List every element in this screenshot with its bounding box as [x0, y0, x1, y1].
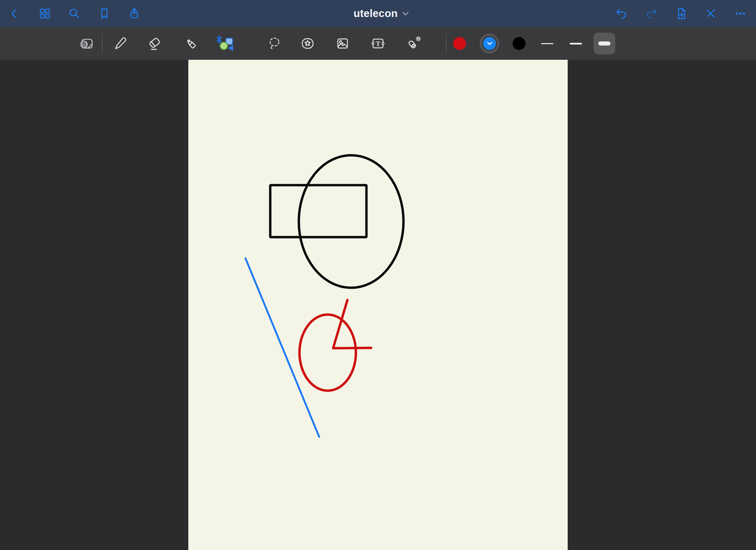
highlighter-icon [183, 36, 198, 51]
medium-stroke-preview [570, 43, 582, 45]
thick-stroke-preview [598, 41, 611, 46]
eraser-tool[interactable] [142, 30, 167, 57]
pen-tool[interactable] [108, 30, 133, 57]
pen-icon [113, 36, 128, 51]
sparkle-icon [416, 37, 420, 41]
bluetooth-icon [217, 36, 221, 43]
stroke-width-thick[interactable] [594, 33, 615, 54]
undo-icon [615, 7, 628, 20]
toolbar-separator [102, 33, 103, 54]
document-title-button[interactable]: utelecon [354, 0, 409, 27]
image-icon [335, 36, 350, 51]
eraser-icon [147, 36, 162, 51]
undo-button[interactable] [612, 3, 631, 24]
app-window: utelecon [0, 0, 756, 550]
tool-bar: a [0, 27, 756, 60]
add-page-icon [675, 7, 688, 20]
color-swatch-red[interactable] [450, 34, 469, 53]
bookmark-button[interactable] [95, 3, 114, 24]
nav-bar: utelecon [0, 0, 756, 27]
stroke-width-medium[interactable] [565, 33, 587, 54]
shapes-tool[interactable] [213, 30, 237, 57]
zoom-window-tool[interactable]: a [74, 30, 99, 57]
search-button[interactable] [65, 3, 84, 24]
red-color-dot [453, 37, 466, 50]
chevron-down-icon [402, 12, 409, 16]
add-page-button[interactable] [672, 3, 691, 24]
ink-stroke-rect [270, 185, 366, 237]
color-swatch-blue[interactable] [480, 34, 499, 53]
share-icon [128, 7, 141, 20]
stop-editing-pen-icon [704, 7, 717, 20]
ink-stroke-ellipse [299, 155, 403, 288]
bookmark-icon [98, 7, 111, 20]
image-tool[interactable] [330, 30, 355, 57]
lasso-tool[interactable] [262, 30, 287, 57]
back-button[interactable] [5, 3, 24, 24]
lasso-icon [267, 36, 282, 51]
highlighter-tool[interactable] [178, 30, 203, 57]
laser-pointer-icon [406, 36, 422, 51]
page-title: utelecon [354, 7, 398, 20]
laser-pointer-tool[interactable] [401, 30, 426, 57]
color-swatch-black[interactable] [510, 34, 529, 53]
ink-stroke-ellipse [299, 315, 356, 391]
blue-color-dot [483, 37, 496, 50]
svg-text:a: a [83, 39, 87, 48]
pages-overview-button[interactable] [35, 3, 54, 24]
elements-tool[interactable] [295, 30, 320, 57]
more-button[interactable] [731, 3, 750, 24]
search-icon [68, 7, 81, 20]
chevron-down-icon [487, 42, 492, 45]
pages-grid-icon [38, 7, 51, 20]
thin-stroke-preview [541, 43, 553, 44]
ink-stroke-polyline [333, 300, 371, 348]
ink-stroke-line [245, 258, 319, 437]
redo-button[interactable] [642, 3, 661, 24]
svg-text:T: T [376, 40, 380, 47]
stroke-width-thin[interactable] [536, 33, 558, 54]
ink-layer [0, 60, 756, 550]
text-box-icon: T [371, 36, 385, 51]
redo-icon [645, 7, 658, 20]
toolbar-separator [446, 33, 447, 54]
shapes-icon [216, 35, 234, 52]
zoom-window-icon: a [79, 36, 94, 51]
canvas-area [0, 60, 756, 550]
elements-star-icon [300, 36, 315, 51]
back-icon [8, 7, 21, 20]
text-tool[interactable]: T [366, 30, 390, 57]
stop-editing-button[interactable] [701, 3, 720, 24]
ellipsis-icon [734, 7, 747, 20]
black-color-dot [513, 37, 526, 50]
share-button[interactable] [125, 3, 144, 24]
